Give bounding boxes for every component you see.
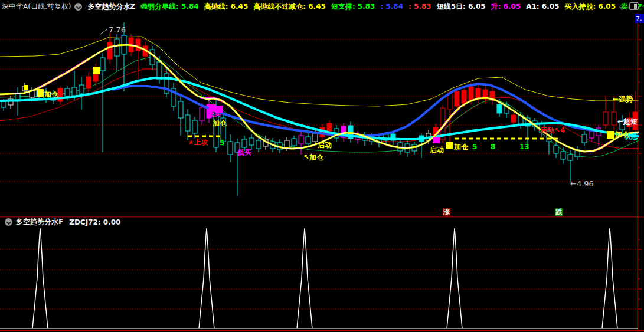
candle-body	[65, 88, 70, 96]
topbar-item: 升: 6.05	[491, 2, 521, 11]
signal-marker	[37, 89, 44, 97]
candle-body	[561, 152, 565, 159]
stock-title: 深中华A(日线.前复权)	[2, 2, 71, 12]
candle-body	[497, 104, 502, 113]
candle-body	[455, 91, 459, 106]
topbar-item: : 5.84	[380, 2, 403, 11]
chart-annotation: ←4.96	[570, 180, 594, 188]
candle-body	[462, 90, 466, 103]
topbar-item: 短线5日: 6.05	[437, 2, 486, 11]
candle-body	[612, 112, 616, 125]
candle-body	[568, 155, 573, 160]
chart-annotation: 启动↖4	[540, 127, 565, 134]
candle-body	[58, 88, 63, 101]
chart-annotation: ←强势	[613, 96, 633, 103]
candle-body	[327, 123, 332, 131]
candle-body	[306, 137, 310, 144]
candle-body	[299, 136, 303, 144]
candle-body	[249, 138, 254, 145]
signal-marker	[607, 131, 614, 139]
price-axis-label: 7.	[635, 14, 644, 23]
chart-annotation: 加仓	[615, 131, 629, 139]
signal-marker	[93, 67, 100, 74]
candle-body	[313, 133, 318, 142]
candle-body	[256, 140, 261, 149]
candle-body	[476, 88, 480, 98]
signal-spike-subchart[interactable]	[0, 216, 644, 332]
chart-annotation: 启动	[430, 146, 444, 154]
candle-body	[589, 131, 594, 138]
panel-toggle-icon[interactable]	[629, 2, 638, 10]
topbar-items: 多空趋势分水Z强弱分界线: 5.84高抛线: 6.45高抛线不过减仓: 6.45…	[82, 2, 644, 12]
chart-annotation: 低买	[237, 149, 251, 156]
chart-annotation: 加仓	[44, 91, 58, 98]
peak-pointer-line	[100, 29, 108, 34]
topbar-item: 高抛线不过减仓: 6.45	[253, 2, 326, 11]
ribbon-yellow-line	[0, 45, 639, 152]
chart-annotation: ←超短	[617, 118, 638, 126]
candle-body	[603, 112, 608, 125]
candle-body	[292, 139, 296, 146]
candle-body	[107, 42, 112, 59]
signal-marker	[24, 85, 28, 90]
candle-body	[115, 39, 119, 56]
topbar-item: 强弱分界线: 5.84	[140, 2, 199, 11]
chart-annotation: 启动	[318, 142, 332, 149]
candle-body	[200, 107, 204, 121]
signal-spike	[447, 228, 462, 328]
topbar-item: 短支撑: 5.83	[331, 2, 375, 11]
chart-annotation: 8	[491, 143, 495, 151]
updown-badge: 涨	[443, 208, 450, 216]
diamond-icon[interactable]: ◇	[619, 2, 625, 10]
topbar-right-icons: ◇	[619, 2, 638, 10]
candle-body	[285, 140, 289, 147]
candle-body	[150, 50, 155, 65]
topbar-item: 高抛线: 6.45	[204, 2, 249, 11]
topbar-item: 多空趋势分水Z	[87, 2, 135, 11]
signal-spike	[602, 228, 617, 328]
chart-annotation: 加仓	[454, 143, 468, 151]
chart-annotation: 低卖	[207, 110, 221, 118]
topbar-item: A1: 6.05	[526, 2, 559, 11]
candle-body	[79, 85, 84, 93]
candle-body	[86, 77, 91, 88]
signal-marker	[433, 137, 440, 143]
chart-annotation: 5	[220, 139, 224, 147]
candle-body	[192, 120, 197, 133]
candle-body	[469, 87, 473, 100]
chart-annotation: 13	[519, 143, 529, 151]
candle-body	[1, 101, 6, 107]
main-candlestick-chart[interactable]	[0, 13, 644, 217]
signal-spike	[32, 228, 48, 328]
chart-annotation: 加仓	[213, 120, 227, 127]
candle-body	[511, 115, 516, 122]
candle-body	[228, 142, 233, 155]
indicator-topbar: 深中华A(日线.前复权) 多空趋势分水Z强弱分界线: 5.84高抛线: 6.45…	[0, 0, 644, 13]
candle-body	[72, 87, 77, 96]
chevron-circle-icon[interactable]	[74, 3, 82, 11]
chart-annotation: 7.76	[109, 26, 126, 34]
candle-body	[100, 58, 105, 71]
chart-annotation: ↖加仓	[303, 154, 323, 162]
candle-body	[136, 39, 140, 51]
candle-body	[242, 139, 247, 147]
candle-body	[185, 115, 190, 131]
chart-annotation: 5	[472, 143, 477, 151]
topbar-item: 买入持股: 6.05	[564, 2, 616, 11]
ribbon-white-core	[0, 45, 639, 152]
chart-annotation: ★上攻	[188, 139, 208, 146]
signal-marker	[446, 142, 453, 149]
trading-terminal-window: 深中华A(日线.前复权) 多空趋势分水Z强弱分界线: 5.84高抛线: 6.45…	[0, 0, 644, 332]
blue-ma-line	[112, 84, 596, 136]
candle-body	[178, 101, 183, 118]
signal-spike	[297, 228, 312, 328]
candle-body	[554, 146, 558, 153]
updown-badge: 跌	[555, 208, 563, 216]
candle-body	[582, 134, 587, 143]
signal-spike	[199, 228, 214, 328]
topbar-item: : 5.83	[408, 2, 431, 11]
